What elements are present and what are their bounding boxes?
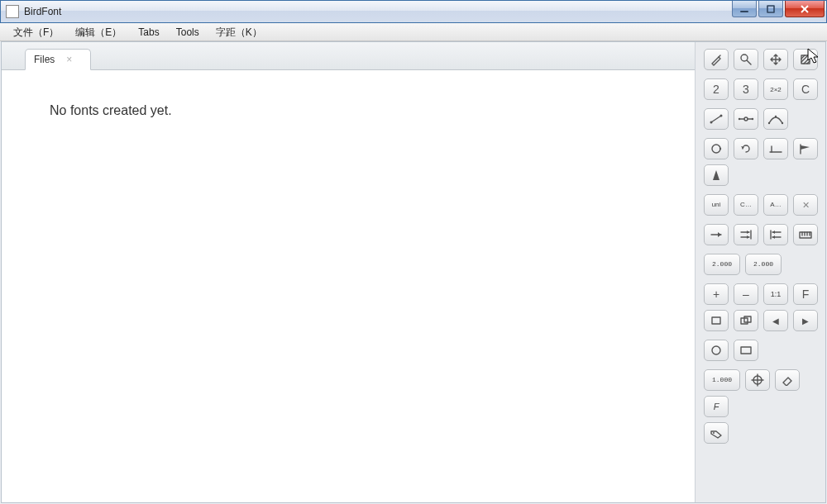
window-controls	[730, 1, 825, 17]
maximize-button[interactable]	[758, 1, 783, 17]
maximize-icon	[766, 4, 776, 14]
unicode-button[interactable]: uni	[704, 194, 729, 216]
eraser-icon	[781, 374, 794, 386]
resize-icon	[799, 53, 812, 66]
next-button[interactable]: ▶	[793, 310, 818, 331]
client-area: Files × No fonts created yet. 2	[1, 41, 826, 503]
move-icon	[769, 53, 782, 66]
zoom-1to1-button[interactable]: 1:1	[763, 283, 788, 305]
minimize-icon	[739, 4, 749, 14]
align-right-button[interactable]	[763, 224, 788, 245]
tool-panel: 2 3 2×2 C	[695, 42, 825, 502]
svg-point-15	[768, 122, 770, 124]
path-tool-button[interactable]	[704, 108, 729, 130]
menu-bar: 文件（F） 编辑（E） Tabs Tools 字距（K）	[0, 23, 827, 41]
pointer-tool-button[interactable]	[734, 49, 758, 70]
path-icon	[709, 113, 724, 125]
svg-line-5	[747, 60, 751, 64]
svg-rect-39	[741, 347, 751, 354]
window-title: BirdFont	[24, 6, 61, 17]
value-a-field[interactable]: 2.000	[704, 254, 740, 275]
menu-kerning[interactable]: 字距（K）	[208, 23, 270, 41]
shape-circle-icon	[710, 345, 723, 356]
prev-button[interactable]: ◀	[763, 310, 788, 331]
target-button[interactable]	[745, 369, 770, 391]
ruler-button[interactable]	[793, 224, 818, 245]
eraser-button[interactable]	[775, 369, 800, 391]
svg-point-17	[775, 116, 777, 117]
shape-rect-button[interactable]	[734, 340, 758, 361]
svg-point-13	[739, 118, 740, 120]
baseline-icon	[768, 143, 783, 155]
rotate-tool-button[interactable]	[734, 138, 758, 159]
target-icon	[751, 373, 764, 387]
svg-rect-1	[767, 6, 774, 12]
zoom-out-button[interactable]: –	[734, 283, 758, 305]
tag-button[interactable]	[704, 422, 729, 444]
svg-point-43	[713, 432, 715, 434]
flag-icon	[798, 143, 813, 155]
resize-tool-button[interactable]	[793, 49, 818, 70]
menu-tools[interactable]: Tools	[168, 23, 208, 41]
handle-tool-button[interactable]	[734, 108, 758, 130]
value-b-field[interactable]: 2.000	[745, 254, 782, 275]
close-button[interactable]	[785, 1, 825, 17]
empty-message: No fonts created yet.	[50, 103, 172, 118]
pen-icon	[710, 53, 723, 66]
x-delete-button[interactable]: ✕	[793, 194, 818, 216]
three-button[interactable]: 3	[734, 78, 758, 100]
curve-tool-button[interactable]	[763, 108, 788, 130]
baseline-tool-button[interactable]	[763, 138, 788, 159]
copies-button[interactable]	[734, 310, 758, 331]
align-center-icon	[739, 229, 753, 240]
value-c-field[interactable]: 1.000	[704, 369, 740, 391]
tab-close-icon[interactable]: ×	[66, 54, 72, 65]
minimize-button[interactable]	[732, 1, 757, 17]
tab-label: Files	[34, 54, 55, 65]
svg-point-16	[782, 122, 783, 124]
two-button[interactable]: 2	[704, 78, 729, 100]
svg-point-19	[719, 148, 721, 150]
tab-files[interactable]: Files ×	[25, 49, 91, 70]
align-right-icon	[768, 229, 783, 240]
shape-circle-button[interactable]	[704, 340, 729, 361]
svg-point-38	[712, 346, 720, 354]
align-left-icon	[709, 229, 724, 240]
align-center-button[interactable]	[734, 224, 758, 245]
shape-rect-icon	[739, 345, 753, 356]
pen-tool-button[interactable]	[704, 49, 729, 70]
menu-tabs[interactable]: Tabs	[130, 23, 167, 41]
align-left-button[interactable]	[704, 224, 729, 245]
ruler-icon	[798, 229, 813, 240]
flag-tool-button[interactable]	[793, 138, 818, 159]
grid-2x2-button[interactable]: 2×2	[763, 78, 788, 100]
peak-tool-button[interactable]	[704, 164, 729, 186]
c-ellipsis-button[interactable]: C…	[734, 194, 758, 216]
circle-tool-button[interactable]	[704, 138, 729, 159]
workspace: Files × No fonts created yet.	[2, 42, 695, 502]
fit-button[interactable]: F	[793, 283, 818, 305]
copies-icon	[739, 315, 753, 326]
svg-rect-35	[712, 317, 720, 324]
move-tool-button[interactable]	[763, 49, 788, 70]
title-bar: BirdFont	[0, 0, 827, 23]
a-ellipsis-button[interactable]: A…	[763, 194, 788, 216]
rect-icon	[710, 315, 723, 326]
circle-path-icon	[710, 142, 723, 155]
menu-edit[interactable]: 编辑（E）	[67, 23, 130, 41]
rotate-icon	[739, 142, 753, 155]
zoom-in-button[interactable]: +	[704, 283, 729, 305]
rect-button[interactable]	[704, 310, 729, 331]
app-icon	[6, 5, 19, 18]
pointer-icon	[739, 53, 753, 66]
close-icon	[799, 4, 810, 14]
tag-icon	[710, 427, 723, 439]
handle-icon	[738, 113, 754, 125]
svg-point-14	[752, 118, 753, 120]
menu-file[interactable]: 文件（F）	[5, 23, 67, 41]
tab-strip: Files ×	[2, 42, 695, 70]
f-italic-button[interactable]: F	[704, 396, 729, 417]
curve-icon	[767, 113, 784, 125]
c-button[interactable]: C	[793, 78, 818, 100]
svg-point-18	[712, 145, 720, 153]
